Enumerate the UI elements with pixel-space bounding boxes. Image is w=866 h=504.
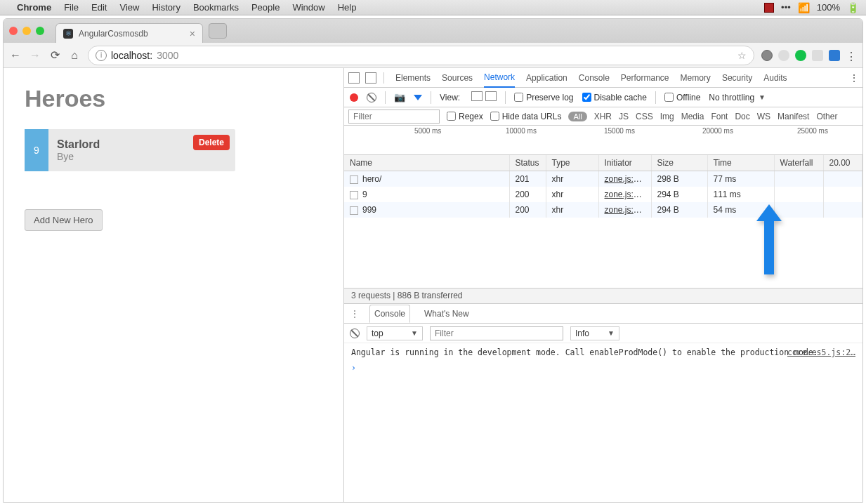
battery-percent: 100% [817, 2, 840, 13]
hero-card[interactable]: 9 Starlord Bye Delete [25, 129, 235, 171]
extension-icon[interactable] [795, 50, 806, 61]
drawer-menu-icon[interactable]: ⋮ [350, 308, 360, 319]
home-button[interactable]: ⌂ [68, 49, 81, 62]
url-host: localhost: [111, 50, 152, 61]
network-filter-bar: Regex Hide data URLs All XHR JS CSS Img … [344, 107, 862, 126]
record-button[interactable] [350, 93, 358, 102]
console-source-link[interactable]: core.es5.js:2… [787, 347, 855, 357]
menu-edit[interactable]: Edit [91, 2, 107, 13]
back-button[interactable]: ← [9, 49, 22, 62]
type-filter-img[interactable]: Img [660, 112, 674, 121]
offline-checkbox[interactable]: Offline [664, 93, 700, 102]
window-controls [9, 27, 44, 35]
network-filter-input[interactable] [348, 110, 440, 124]
clear-button[interactable] [367, 93, 376, 102]
tab-sources[interactable]: Sources [442, 69, 473, 87]
type-filter-all[interactable]: All [568, 112, 586, 121]
menu-window[interactable]: Window [292, 2, 324, 13]
filter-toggle-icon[interactable] [414, 95, 422, 100]
bookmark-star-icon[interactable]: ☆ [737, 50, 747, 61]
address-bar[interactable]: i localhost:3000 ☆ [88, 46, 754, 65]
recording-indicator-icon[interactable] [764, 3, 774, 13]
clear-console-button[interactable] [350, 329, 360, 338]
hide-data-urls-checkbox[interactable]: Hide data URLs [490, 112, 562, 121]
site-info-icon[interactable]: i [96, 50, 107, 61]
drawer-tab-console[interactable]: Console [369, 305, 410, 323]
maximize-window-button[interactable] [36, 27, 44, 35]
console-context-select[interactable]: top▼ [367, 326, 423, 340]
log-level-select[interactable]: Info▼ [570, 326, 619, 340]
overflow-menu-icon[interactable]: ••• [781, 2, 791, 13]
network-timeline[interactable]: 5000 ms 10000 ms 15000 ms 20000 ms 25000… [344, 126, 862, 155]
menu-file[interactable]: File [64, 2, 79, 13]
extension-icon[interactable] [812, 50, 823, 61]
drawer-tab-whatsnew[interactable]: What's New [420, 305, 473, 322]
type-filter-doc[interactable]: Doc [735, 112, 749, 121]
browser-tab[interactable]: ⚛ AngularCosmosdb × [55, 23, 203, 43]
view-mode-buttons[interactable] [468, 91, 497, 103]
console-filter-input[interactable] [430, 326, 563, 340]
inspect-element-icon[interactable] [348, 72, 360, 84]
menu-app[interactable]: Chrome [17, 2, 51, 13]
new-tab-button[interactable] [209, 23, 227, 39]
tab-application[interactable]: Application [526, 69, 568, 87]
menu-view[interactable]: View [119, 2, 139, 13]
minimize-window-button[interactable] [22, 27, 31, 35]
type-filter-other[interactable]: Other [816, 112, 837, 121]
type-filter-js[interactable]: JS [619, 112, 629, 121]
console-prompt-icon[interactable]: › [351, 363, 855, 373]
regex-checkbox[interactable]: Regex [447, 112, 483, 121]
extension-icon[interactable] [829, 50, 840, 61]
tab-performance[interactable]: Performance [621, 69, 669, 87]
add-new-hero-button[interactable]: Add New Hero [25, 209, 103, 231]
tab-security[interactable]: Security [722, 69, 752, 87]
col-name[interactable]: Name [344, 155, 509, 171]
extension-icon[interactable] [761, 50, 773, 61]
table-row[interactable]: 999200xhrzone.js:26…294 B54 ms [344, 202, 862, 218]
menu-bookmarks[interactable]: Bookmarks [193, 2, 239, 13]
disable-cache-checkbox[interactable]: Disable cache [582, 93, 647, 102]
wifi-icon[interactable]: 📶 [798, 2, 810, 13]
tab-console[interactable]: Console [579, 69, 610, 87]
throttling-select[interactable]: No throttling▼ [709, 93, 766, 102]
col-status[interactable]: Status [509, 155, 546, 171]
tab-memory[interactable]: Memory [681, 69, 711, 87]
screenshot-icon[interactable]: 📷 [394, 92, 405, 102]
table-row[interactable]: 9200xhrzone.js:26…294 B111 ms [344, 187, 862, 202]
close-tab-button[interactable]: × [190, 28, 195, 39]
chrome-menu-icon[interactable]: ⋮ [846, 50, 857, 61]
close-window-button[interactable] [9, 27, 18, 35]
drawer-tabs: ⋮ Console What's New [344, 304, 862, 324]
tab-audits[interactable]: Audits [763, 69, 787, 87]
device-toolbar-icon[interactable] [365, 72, 376, 84]
type-filter-media[interactable]: Media [681, 112, 704, 121]
menu-people[interactable]: People [251, 2, 280, 13]
console-output[interactable]: Angular is running in the development mo… [344, 343, 862, 502]
type-filter-manifest[interactable]: Manifest [778, 112, 809, 121]
type-filter-ws[interactable]: WS [757, 112, 770, 121]
page-title: Heroes [25, 85, 322, 112]
url-port: 3000 [157, 50, 178, 61]
extension-icon[interactable] [778, 50, 789, 61]
battery-icon[interactable]: 🔋 [847, 2, 859, 13]
tab-network[interactable]: Network [484, 68, 515, 88]
col-waterfall[interactable]: Waterfall [774, 155, 823, 171]
tab-elements[interactable]: Elements [395, 69, 431, 87]
type-filter-xhr[interactable]: XHR [594, 112, 612, 121]
app-page: Heroes 9 Starlord Bye Delete Add New Her… [4, 68, 344, 502]
preserve-log-checkbox[interactable]: Preserve log [514, 93, 573, 102]
col-initiator[interactable]: Initiator [598, 155, 651, 171]
col-time[interactable]: Time [707, 155, 774, 171]
type-filter-font[interactable]: Font [711, 112, 728, 121]
reload-button[interactable]: ⟳ [48, 48, 61, 62]
menu-history[interactable]: History [152, 2, 180, 13]
delete-button[interactable]: Delete [193, 135, 230, 150]
timeline-tick: 15000 ms [604, 127, 635, 135]
col-size[interactable]: Size [651, 155, 707, 171]
col-type[interactable]: Type [546, 155, 598, 171]
timeline-tick: 25000 ms [797, 127, 828, 135]
menu-help[interactable]: Help [338, 2, 357, 13]
type-filter-css[interactable]: CSS [636, 112, 653, 121]
devtools-menu-icon[interactable]: ⋮ [850, 73, 858, 83]
table-row[interactable]: hero/201xhrzone.js:26…298 B77 ms [344, 171, 862, 187]
